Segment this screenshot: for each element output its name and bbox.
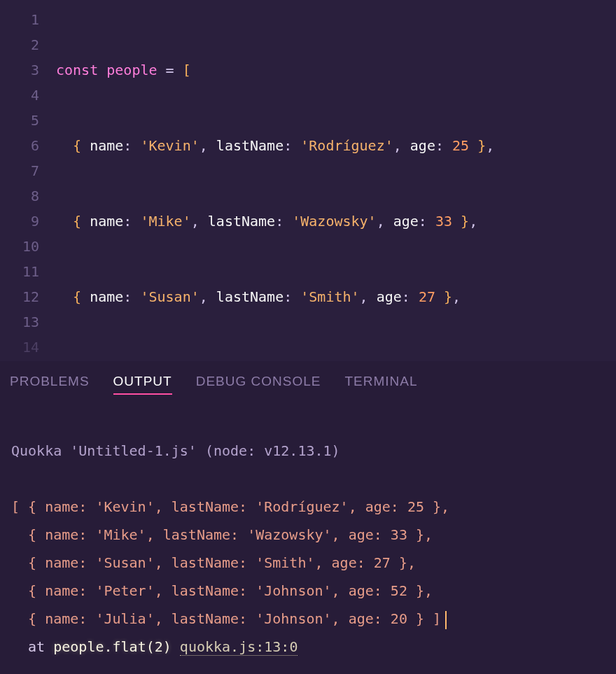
code-line[interactable]: { name: 'Susan', lastName: 'Smith', age:… (56, 284, 616, 309)
line-number: 9 (0, 209, 56, 234)
line-number-gutter: 1 2 3 4 5 6 7 8 9 10 11 12 13 14 (0, 0, 56, 361)
line-number: 14 (0, 335, 56, 360)
tab-terminal[interactable]: TERMINAL (344, 374, 417, 395)
line-number: 1 (0, 7, 56, 32)
output-line: { name: 'Julia', lastName: 'Johnson', ag… (11, 610, 441, 627)
bottom-panel: PROBLEMS OUTPUT DEBUG CONSOLE TERMINAL Q… (0, 361, 616, 674)
output-file-link[interactable]: quokka.js:13:0 (180, 638, 298, 656)
output-content[interactable]: Quokka 'Untitled-1.js' (node: v12.13.1) … (0, 402, 616, 674)
line-number: 11 (0, 259, 56, 284)
line-number: 2 (0, 32, 56, 57)
output-line: { name: 'Peter', lastName: 'Johnson', ag… (11, 582, 433, 599)
line-number: 6 (0, 133, 56, 158)
code-line[interactable]: { name: 'Kevin', lastName: 'Rodríguez', … (56, 133, 616, 158)
code-line[interactable]: const people = [ (56, 57, 616, 83)
panel-tabs: PROBLEMS OUTPUT DEBUG CONSOLE TERMINAL (0, 361, 616, 402)
line-number: 12 (0, 284, 56, 309)
code-area[interactable]: const people = [ { name: 'Kevin', lastNa… (56, 0, 616, 361)
line-number: 7 (0, 158, 56, 183)
line-number: 5 (0, 108, 56, 133)
code-line[interactable]: { name: 'Mike', lastName: 'Wazowsky', ag… (56, 209, 616, 234)
line-number: 3 (0, 57, 56, 83)
output-line: [ { name: 'Kevin', lastName: 'Rodríguez'… (11, 498, 449, 515)
output-line: { name: 'Susan', lastName: 'Smith', age:… (11, 554, 416, 571)
tab-output[interactable]: OUTPUT (113, 374, 172, 395)
output-line: { name: 'Mike', lastName: 'Wazowsky', ag… (11, 526, 433, 543)
tab-problems[interactable]: PROBLEMS (10, 374, 90, 395)
tab-debug-console[interactable]: DEBUG CONSOLE (196, 374, 321, 395)
output-source-line: at people.flat(2) quokka.js:13:0 (11, 638, 298, 656)
output-header: Quokka 'Untitled-1.js' (node: v12.13.1) (11, 442, 340, 459)
line-number: 13 (0, 309, 56, 335)
line-number: 8 (0, 183, 56, 209)
line-number: 4 (0, 83, 56, 108)
code-editor[interactable]: 1 2 3 4 5 6 7 8 9 10 11 12 13 14 const p… (0, 0, 616, 361)
line-number: 10 (0, 234, 56, 259)
output-cursor (445, 611, 447, 629)
